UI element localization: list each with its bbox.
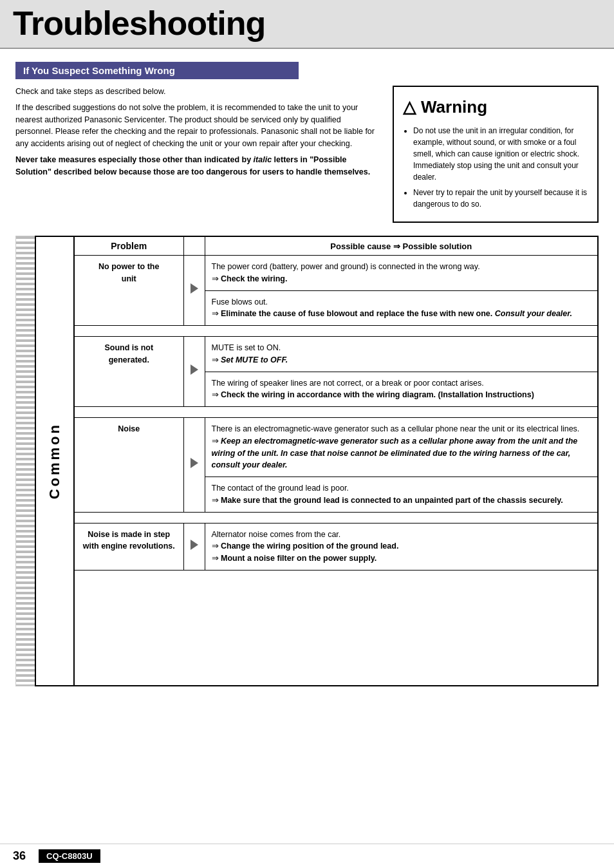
common-label-wrapper: Common xyxy=(35,236,73,686)
cause-text: The wiring of speaker lines are not corr… xyxy=(212,377,591,390)
spacer-cell xyxy=(74,512,598,523)
th-solution: Possible cause ⇒ Possible solution xyxy=(205,236,598,256)
arrow-icon xyxy=(191,283,198,294)
cause-text: MUTE is set to ON. xyxy=(212,342,591,354)
model-badge: CQ-C8803U xyxy=(39,849,100,863)
cause-text: Alternator noise comes from the car. xyxy=(212,529,591,541)
problem-engine-noise: Noise is made in step with engine revolu… xyxy=(74,523,183,570)
th-problem: Problem xyxy=(74,236,183,256)
cause-text: Fuse blows out. xyxy=(212,296,591,308)
spacer-row-bottom xyxy=(74,570,598,686)
cause-text: The power cord (battery, power and groun… xyxy=(212,261,591,273)
page-title: Troubleshooting xyxy=(13,6,601,40)
common-label: Common xyxy=(46,422,63,499)
solution-text: ⇒ Eliminate the cause of fuse blowout an… xyxy=(212,308,591,320)
warning-icon: △ xyxy=(403,95,416,120)
th-spacer xyxy=(183,236,205,256)
solution-text: ⇒ Keep an electromagnetic-wave generator… xyxy=(212,435,591,471)
solution-no-power-1: The power cord (battery, power and groun… xyxy=(205,256,598,291)
problem-no-power: No power to theunit xyxy=(74,256,183,326)
arrow-icon xyxy=(191,458,198,468)
stripe-bar xyxy=(15,236,35,686)
spacer-row xyxy=(74,407,598,418)
solution-text: ⇒ Check the wiring in accordance with th… xyxy=(212,389,591,401)
table-row: Sound is notgenerated. MUTE is set to ON… xyxy=(74,337,598,372)
solution-text: ⇒ Make sure that the ground lead is conn… xyxy=(212,495,591,507)
warning-item-1: Do not use the unit in an irregular cond… xyxy=(413,125,588,183)
th-solution-label: Possible solution xyxy=(403,241,472,251)
intro-line2: If the described suggestions do not solv… xyxy=(15,102,380,150)
solution-text: ⇒ Set MUTE to OFF. xyxy=(212,354,591,366)
arrow-icon xyxy=(191,364,198,375)
arrow-noise xyxy=(183,418,205,513)
main-content: If You Suspect Something Wrong Check and… xyxy=(0,49,614,699)
th-cause: Possible cause xyxy=(330,241,391,251)
solution-text: ⇒ Check the wiring. xyxy=(212,273,591,285)
solution-engine-noise: Alternator noise comes from the car. ⇒ C… xyxy=(205,523,598,570)
intro-line1: Check and take steps as described below. xyxy=(15,86,380,98)
spacer-row xyxy=(74,512,598,523)
bottom-spacer xyxy=(74,570,598,686)
arrow-icon xyxy=(191,540,198,550)
spacer-row xyxy=(74,326,598,337)
intro-area: Check and take steps as described below.… xyxy=(15,86,599,223)
solution-line2: ⇒ Mount a noise filter on the power supp… xyxy=(212,552,591,565)
table-row: Noise is made in step with engine revolu… xyxy=(74,523,598,570)
warning-item-2: Never try to repair the unit by yourself… xyxy=(413,187,588,210)
warning-title: △ Warning xyxy=(403,95,588,120)
table-wrapper: Common Problem Possible cause ⇒ Possible… xyxy=(15,236,599,686)
intro-text: Check and take steps as described below.… xyxy=(15,86,380,223)
warning-list: Do not use the unit in an irregular cond… xyxy=(403,125,588,210)
solution-no-sound-2: The wiring of speaker lines are not corr… xyxy=(205,372,598,407)
spacer-cell xyxy=(74,407,598,418)
table-row: Noise There is an electromagnetic-wave g… xyxy=(74,418,598,477)
solution-line1: ⇒ Change the wiring position of the grou… xyxy=(212,540,591,552)
intro-bold-warning: Never take measures especially those oth… xyxy=(15,154,380,178)
warning-box: △ Warning Do not use the unit in an irre… xyxy=(393,86,599,223)
solution-no-sound-1: MUTE is set to ON. ⇒ Set MUTE to OFF. xyxy=(205,337,598,372)
solution-noise-1: There is an electromagnetic-wave generat… xyxy=(205,418,598,477)
section-heading: If You Suspect Something Wrong xyxy=(15,62,299,79)
problem-no-sound: Sound is notgenerated. xyxy=(74,337,183,407)
page-number: 36 xyxy=(13,849,26,863)
page-footer: 36 CQ-C8803U xyxy=(0,844,614,868)
solution-noise-2: The contact of the ground lead is poor. … xyxy=(205,477,598,513)
warning-label: Warning xyxy=(421,95,487,120)
cause-text: The contact of the ground lead is poor. xyxy=(212,482,591,495)
page-header: Troubleshooting xyxy=(0,0,614,49)
arrow-engine-noise xyxy=(183,523,205,570)
problem-noise: Noise xyxy=(74,418,183,513)
th-arrow: ⇒ xyxy=(393,241,403,251)
solution-no-power-2: Fuse blows out. ⇒ Eliminate the cause of… xyxy=(205,290,598,326)
cause-text: There is an electromagnetic-wave generat… xyxy=(212,423,591,435)
table-row: No power to theunit The power cord (batt… xyxy=(74,256,598,291)
spacer-cell xyxy=(74,326,598,337)
trouble-table: Problem Possible cause ⇒ Possible soluti… xyxy=(73,236,599,686)
arrow-no-sound xyxy=(183,337,205,407)
arrow-no-power xyxy=(183,256,205,326)
